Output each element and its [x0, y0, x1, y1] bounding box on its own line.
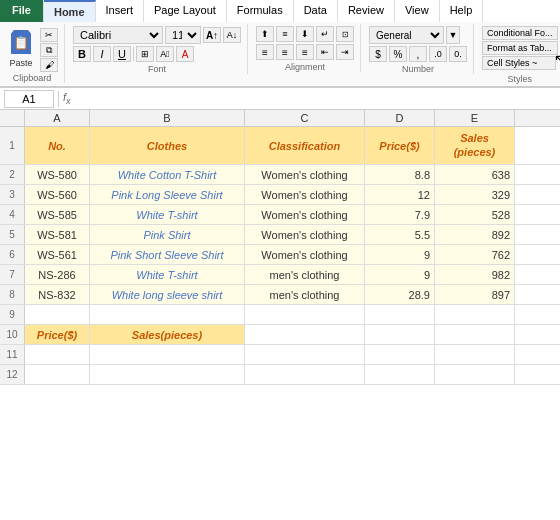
cell-e8[interactable]: 897 [435, 285, 515, 304]
tab-home[interactable]: Home [44, 0, 96, 22]
align-bottom-button[interactable]: ⬇ [296, 26, 314, 42]
paste-button[interactable]: 📋 Paste [6, 26, 36, 68]
cell-d5[interactable]: 5.5 [365, 225, 435, 244]
cell-c4[interactable]: Women's clothing [245, 205, 365, 224]
cell-b12[interactable] [90, 365, 245, 384]
cell-e5[interactable]: 892 [435, 225, 515, 244]
tab-review[interactable]: Review [338, 0, 395, 22]
col-header-b[interactable]: B [90, 110, 245, 126]
format-as-table-button[interactable]: Format as Tab... [482, 41, 558, 55]
cell-c11[interactable] [245, 345, 365, 364]
cell-c6[interactable]: Women's clothing [245, 245, 365, 264]
cell-b11[interactable] [90, 345, 245, 364]
cell-a10[interactable]: Price($) [25, 325, 90, 344]
wrap-text-button[interactable]: ↵ [316, 26, 334, 42]
cell-a7[interactable]: NS-286 [25, 265, 90, 284]
decimal-decrease-button[interactable]: 0. [449, 46, 467, 62]
cell-d3[interactable]: 12 [365, 185, 435, 204]
cell-b7[interactable]: White T-shirt [90, 265, 245, 284]
border-button[interactable]: ⊞ [136, 46, 154, 62]
cell-b8[interactable]: White long sleeve shirt [90, 285, 245, 304]
cell-e7[interactable]: 982 [435, 265, 515, 284]
font-name-select[interactable]: Calibri [73, 26, 163, 44]
thousands-button[interactable]: , [409, 46, 427, 62]
cell-d4[interactable]: 7.9 [365, 205, 435, 224]
percent-button[interactable]: $ [369, 46, 387, 62]
cell-a1[interactable]: No. [25, 127, 90, 164]
cell-c5[interactable]: Women's clothing [245, 225, 365, 244]
tab-view[interactable]: View [395, 0, 440, 22]
cell-c10[interactable] [245, 325, 365, 344]
cell-a3[interactable]: WS-560 [25, 185, 90, 204]
number-format-select[interactable]: General [369, 26, 444, 44]
cell-a12[interactable] [25, 365, 90, 384]
cell-e11[interactable] [435, 345, 515, 364]
cell-b4[interactable]: White T-shirt [90, 205, 245, 224]
cell-e1[interactable]: Sales (pieces) [435, 127, 515, 164]
increase-font-button[interactable]: A↑ [203, 27, 221, 43]
cell-e6[interactable]: 762 [435, 245, 515, 264]
cell-d1[interactable]: Price($) [365, 127, 435, 164]
cell-d8[interactable]: 28.9 [365, 285, 435, 304]
cell-c3[interactable]: Women's clothing [245, 185, 365, 204]
decrease-font-button[interactable]: A↓ [223, 27, 241, 43]
italic-button[interactable]: I [93, 46, 111, 62]
fill-color-button[interactable]: A⃝ [156, 46, 174, 62]
cell-e3[interactable]: 329 [435, 185, 515, 204]
font-color-button[interactable]: A [176, 46, 194, 62]
cell-a5[interactable]: WS-581 [25, 225, 90, 244]
format-painter-button[interactable]: 🖌 [40, 58, 58, 72]
cell-d10[interactable] [365, 325, 435, 344]
cell-c7[interactable]: men's clothing [245, 265, 365, 284]
cell-b1[interactable]: Clothes [90, 127, 245, 164]
cell-b10[interactable]: Sales(pieces) [90, 325, 245, 344]
cell-a2[interactable]: WS-580 [25, 165, 90, 184]
currency-button[interactable]: % [389, 46, 407, 62]
cell-reference-input[interactable] [4, 90, 54, 108]
cell-a8[interactable]: NS-832 [25, 285, 90, 304]
cell-a11[interactable] [25, 345, 90, 364]
align-left-button[interactable]: ≡ [256, 44, 274, 60]
copy-button[interactable]: ⧉ [40, 43, 58, 57]
cell-e12[interactable] [435, 365, 515, 384]
cell-d2[interactable]: 8.8 [365, 165, 435, 184]
cell-c2[interactable]: Women's clothing [245, 165, 365, 184]
cell-e10[interactable] [435, 325, 515, 344]
cell-a6[interactable]: WS-561 [25, 245, 90, 264]
cell-e2[interactable]: 638 [435, 165, 515, 184]
cell-styles-button[interactable]: Cell Styles ~ [482, 56, 556, 70]
decimal-increase-button[interactable]: .0 [429, 46, 447, 62]
indent-decrease-button[interactable]: ⇤ [316, 44, 334, 60]
cell-e9[interactable] [435, 305, 515, 324]
cell-b3[interactable]: Pink Long Sleeve Shirt [90, 185, 245, 204]
tab-data[interactable]: Data [294, 0, 338, 22]
indent-increase-button[interactable]: ⇥ [336, 44, 354, 60]
tab-page-layout[interactable]: Page Layout [144, 0, 227, 22]
align-middle-button[interactable]: ≡ [276, 26, 294, 42]
number-format-more[interactable]: ▼ [446, 26, 460, 44]
underline-button[interactable]: U [113, 46, 131, 62]
col-header-c[interactable]: C [245, 110, 365, 126]
col-header-d[interactable]: D [365, 110, 435, 126]
cell-b5[interactable]: Pink Shirt [90, 225, 245, 244]
cell-d7[interactable]: 9 [365, 265, 435, 284]
cell-d9[interactable] [365, 305, 435, 324]
font-size-select[interactable]: 11 [165, 26, 201, 44]
cell-c1[interactable]: Classification [245, 127, 365, 164]
cell-c8[interactable]: men's clothing [245, 285, 365, 304]
col-header-e[interactable]: E [435, 110, 515, 126]
align-right-button[interactable]: ≡ [296, 44, 314, 60]
cell-b6[interactable]: Pink Short Sleeve Shirt [90, 245, 245, 264]
cell-c9[interactable] [245, 305, 365, 324]
align-top-button[interactable]: ⬆ [256, 26, 274, 42]
merge-button[interactable]: ⊡ [336, 26, 354, 42]
cell-d12[interactable] [365, 365, 435, 384]
cell-d6[interactable]: 9 [365, 245, 435, 264]
cell-a9[interactable] [25, 305, 90, 324]
cell-b2[interactable]: White Cotton T-Shirt [90, 165, 245, 184]
cell-b9[interactable] [90, 305, 245, 324]
tab-formulas[interactable]: Formulas [227, 0, 294, 22]
cell-d11[interactable] [365, 345, 435, 364]
align-center-button[interactable]: ≡ [276, 44, 294, 60]
conditional-formatting-button[interactable]: Conditional Fo... [482, 26, 558, 40]
